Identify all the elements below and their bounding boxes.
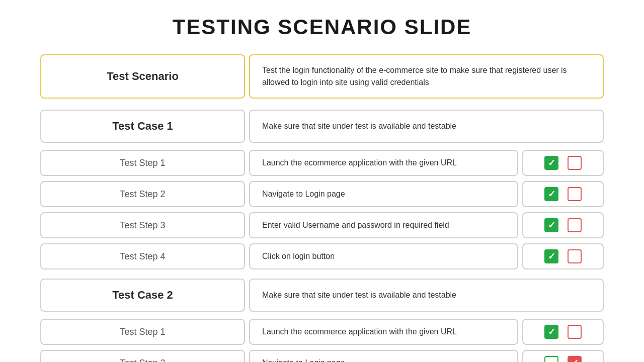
fail-checkbox-4[interactable] bbox=[568, 249, 582, 263]
scenario-row: Test Scenario Test the login functionali… bbox=[40, 54, 604, 99]
pass-checkbox-1[interactable]: ✓ bbox=[544, 156, 558, 170]
testcase2-header-row: Test Case 2 Make sure that site under te… bbox=[40, 279, 604, 312]
testcase1-label: Test Case 1 bbox=[112, 120, 173, 133]
testcase1-label-cell: Test Case 1 bbox=[40, 110, 245, 143]
step-label-cell-3: Test Step 3 bbox=[40, 212, 245, 238]
page-title: TESTING SCENARIO SLIDE bbox=[40, 15, 604, 39]
step-desc-cell-2: Navigate to Login page bbox=[249, 181, 518, 207]
step-desc-cell-1: Launch the ecommerce application with th… bbox=[249, 150, 518, 176]
scenario-description: Test the login functionality of the e-co… bbox=[262, 64, 591, 88]
step-description-3: Enter valid Username and password in req… bbox=[262, 219, 449, 231]
step-desc-cell-2: Navigate to Login page bbox=[249, 350, 518, 362]
step-label-1: Test Step 1 bbox=[120, 327, 165, 337]
step-label-2: Test Step 2 bbox=[120, 189, 165, 200]
step-description-4: Click on login button bbox=[262, 250, 335, 262]
step-row-2: Test Step 2Navigate to Login page✓ bbox=[40, 181, 604, 207]
step-label-2: Test Step 2 bbox=[120, 358, 165, 363]
step-check-cell-2: ✓ bbox=[522, 350, 604, 362]
step-description-1: Launch the ecommerce application with th… bbox=[262, 157, 457, 169]
fail-checkbox-1[interactable] bbox=[568, 325, 582, 339]
step-desc-cell-3: Enter valid Username and password in req… bbox=[249, 212, 518, 238]
testcase1-header-row: Test Case 1 Make sure that site under te… bbox=[40, 110, 604, 143]
fail-checkbox-2[interactable] bbox=[568, 187, 582, 201]
testcase2-steps: Test Step 1Launch the ecommerce applicat… bbox=[40, 316, 604, 362]
pass-checkbox-4[interactable]: ✓ bbox=[544, 249, 558, 263]
pass-checkbox-2[interactable] bbox=[544, 356, 558, 362]
testcase2-description: Make sure that site under test is availa… bbox=[262, 289, 456, 301]
testcase2-label-cell: Test Case 2 bbox=[40, 279, 245, 312]
step-description-2: Navigate to Login page bbox=[262, 188, 345, 200]
step-check-cell-3: ✓ bbox=[522, 212, 604, 238]
step-label-cell-1: Test Step 1 bbox=[40, 319, 245, 345]
testcase1-steps: Test Step 1Launch the ecommerce applicat… bbox=[40, 147, 604, 269]
step-description-2: Navigate to Login page bbox=[262, 357, 345, 362]
testcase2-desc-cell: Make sure that site under test is availa… bbox=[249, 279, 604, 312]
pass-checkbox-3[interactable]: ✓ bbox=[544, 218, 558, 232]
step-row-2: Test Step 2Navigate to Login page✓ bbox=[40, 350, 604, 362]
scenario-desc-cell: Test the login functionality of the e-co… bbox=[249, 54, 604, 99]
step-desc-cell-1: Launch the ecommerce application with th… bbox=[249, 319, 518, 345]
step-description-1: Launch the ecommerce application with th… bbox=[262, 326, 457, 338]
page: TESTING SCENARIO SLIDE Test Scenario Tes… bbox=[0, 0, 644, 362]
fail-checkbox-2[interactable]: ✓ bbox=[568, 356, 582, 362]
scenario-label-cell: Test Scenario bbox=[40, 54, 245, 99]
scenario-label: Test Scenario bbox=[107, 70, 179, 83]
step-row-3: Test Step 3Enter valid Username and pass… bbox=[40, 212, 604, 238]
pass-checkbox-1[interactable]: ✓ bbox=[544, 325, 558, 339]
step-label-1: Test Step 1 bbox=[120, 158, 165, 168]
step-row-1: Test Step 1Launch the ecommerce applicat… bbox=[40, 150, 604, 176]
testcase2-label: Test Case 2 bbox=[112, 289, 173, 302]
fail-checkbox-1[interactable] bbox=[568, 156, 582, 170]
step-label-cell-1: Test Step 1 bbox=[40, 150, 245, 176]
fail-checkbox-3[interactable] bbox=[568, 218, 582, 232]
step-label-cell-2: Test Step 2 bbox=[40, 181, 245, 207]
step-label-cell-2: Test Step 2 bbox=[40, 350, 245, 362]
testcase1-description: Make sure that site under test is availa… bbox=[262, 120, 456, 132]
testcase1-desc-cell: Make sure that site under test is availa… bbox=[249, 110, 604, 143]
step-check-cell-2: ✓ bbox=[522, 181, 604, 207]
step-label-cell-4: Test Step 4 bbox=[40, 243, 245, 269]
step-row-1: Test Step 1Launch the ecommerce applicat… bbox=[40, 319, 604, 345]
step-check-cell-1: ✓ bbox=[522, 319, 604, 345]
step-label-3: Test Step 3 bbox=[120, 220, 165, 231]
step-desc-cell-4: Click on login button bbox=[249, 243, 518, 269]
step-check-cell-1: ✓ bbox=[522, 150, 604, 176]
step-label-4: Test Step 4 bbox=[120, 251, 165, 262]
step-check-cell-4: ✓ bbox=[522, 243, 604, 269]
pass-checkbox-2[interactable]: ✓ bbox=[544, 187, 558, 201]
step-row-4: Test Step 4Click on login button✓ bbox=[40, 243, 604, 269]
